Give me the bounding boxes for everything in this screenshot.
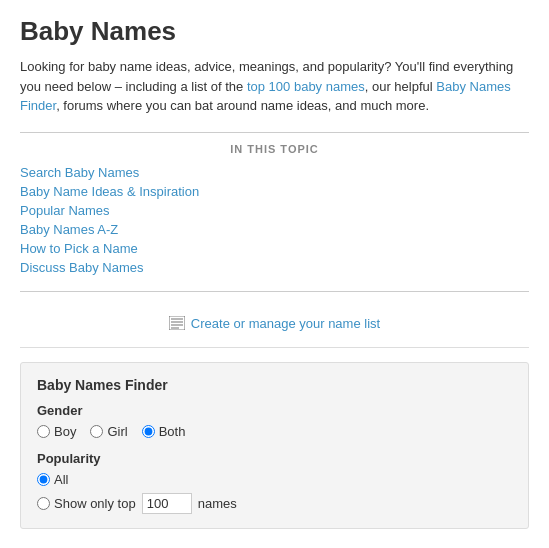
finder-title: Baby Names Finder [37,377,512,393]
baby-names-az-link[interactable]: Baby Names A-Z [20,222,118,237]
popularity-all-label: All [54,472,68,487]
list-icon [169,316,185,330]
name-list-section: Create or manage your name list [20,306,529,349]
popularity-options: All Show only top names [37,472,512,514]
how-to-pick-link[interactable]: How to Pick a Name [20,241,138,256]
manage-name-list-link[interactable]: Create or manage your name list [169,316,380,331]
search-baby-names-link[interactable]: Search Baby Names [20,165,139,180]
gender-both-label: Both [159,424,186,439]
top100-link[interactable]: top 100 baby names [247,79,365,94]
gender-girl-label: Girl [107,424,127,439]
gender-boy-label: Boy [54,424,76,439]
baby-name-ideas-link[interactable]: Baby Name Ideas & Inspiration [20,184,199,199]
names-suffix-label: names [198,496,237,511]
gender-girl-radio[interactable] [90,425,103,438]
gender-radio-group: Boy Girl Both [37,424,512,439]
in-this-topic-section: IN THIS TOPIC Search Baby Names Baby Nam… [20,132,529,292]
list-item: Baby Name Ideas & Inspiration [20,184,529,199]
gender-both-radio[interactable] [142,425,155,438]
gender-label: Gender [37,403,512,418]
popularity-top-label: Show only top [54,496,136,511]
list-item: How to Pick a Name [20,241,529,256]
baby-names-finder: Baby Names Finder Gender Boy Girl Both P… [20,362,529,529]
list-item: Baby Names A-Z [20,222,529,237]
popularity-all-radio[interactable] [37,473,50,486]
gender-both-option[interactable]: Both [142,424,186,439]
list-item: Search Baby Names [20,165,529,180]
in-this-topic-header: IN THIS TOPIC [20,143,529,155]
popularity-section: Popularity All Show only top names [37,451,512,514]
popular-names-link[interactable]: Popular Names [20,203,110,218]
manage-name-list-label: Create or manage your name list [191,316,380,331]
list-item: Popular Names [20,203,529,218]
discuss-baby-names-link[interactable]: Discuss Baby Names [20,260,144,275]
popularity-top-option[interactable]: Show only top [37,496,136,511]
popularity-top-row: Show only top names [37,493,512,514]
intro-text: Looking for baby name ideas, advice, mea… [20,57,529,116]
page-title: Baby Names [20,16,529,47]
gender-boy-option[interactable]: Boy [37,424,76,439]
popularity-label: Popularity [37,451,512,466]
popularity-all-option[interactable]: All [37,472,512,487]
popularity-top-radio[interactable] [37,497,50,510]
gender-girl-option[interactable]: Girl [90,424,127,439]
gender-boy-radio[interactable] [37,425,50,438]
top-number-input[interactable] [142,493,192,514]
topic-links-list: Search Baby Names Baby Name Ideas & Insp… [20,165,529,275]
list-item: Discuss Baby Names [20,260,529,275]
